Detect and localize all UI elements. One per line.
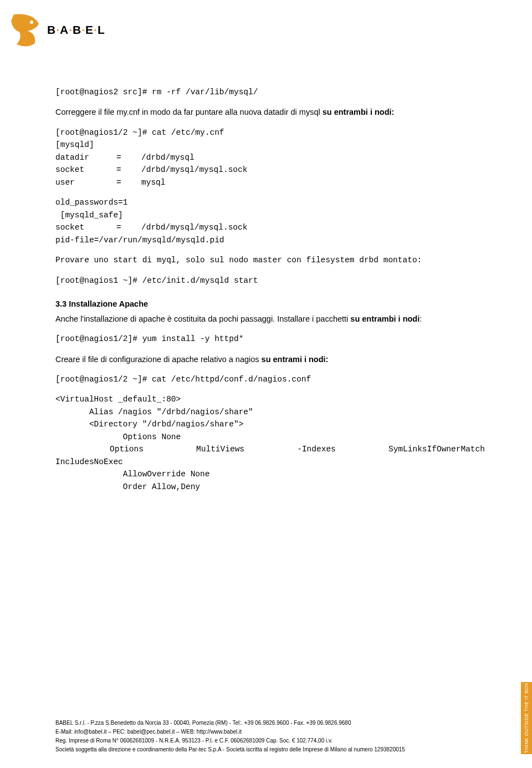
- code-line: Order Allow,Deny: [55, 481, 485, 493]
- config-row: datadir=/drbd/mysql: [55, 151, 485, 164]
- code-line: old_passwords=1: [55, 196, 485, 208]
- logo-text: B·A·B·E·L: [47, 23, 105, 37]
- logo-fish-icon: [8, 10, 43, 50]
- paragraph: Creare il file di configurazione di apac…: [55, 353, 485, 365]
- code-line: pid-file=/var/run/mysqld/mysqld.pid: [55, 234, 485, 246]
- paragraph: Correggere il file my.cnf in modo da far…: [55, 106, 485, 118]
- code-line: [root@nagios1/2 ~]# cat /etc/httpd/conf.…: [55, 373, 485, 385]
- code-line: [root@nagios1 ~]# /etc/init.d/mysqld sta…: [55, 274, 485, 287]
- paragraph: Anche l'installazione di apache è costit…: [55, 313, 485, 325]
- code-line: [root@nagios1/2]# yum install -y httpd*: [55, 333, 485, 345]
- code-line: Alias /nagios "/drbd/nagios/share": [55, 406, 485, 418]
- side-tab: THINK OUTSIDE THE IT BOX: [521, 682, 532, 754]
- config-row: socket=/drbd/mysql/mysql.sock: [55, 221, 485, 233]
- code-line: Options None: [55, 431, 485, 443]
- code-line: [mysqld]: [55, 139, 485, 151]
- config-row: user=mysql: [55, 176, 485, 189]
- code-line: [root@nagios2 src]# rm -rf /var/lib/mysq…: [55, 86, 485, 98]
- code-line: IncludesNoExec: [55, 456, 485, 468]
- config-row: socket=/drbd/mysql/mysql.sock: [55, 164, 485, 176]
- document-body: [root@nagios2 src]# rm -rf /var/lib/mysq…: [55, 86, 485, 493]
- footer-line: Reg. Imprese di Roma N° 06062681009 - N.…: [55, 736, 485, 745]
- code-line: [mysqld_safe]: [55, 209, 485, 221]
- code-line: [root@nagios1/2 ~]# cat /etc/my.cnf: [55, 126, 485, 139]
- paragraph-mono: Provare uno start di myql, solo sul nodo…: [55, 254, 485, 266]
- code-line: AllowOverride None: [55, 468, 485, 480]
- footer-line: BABEL S.r.l. - P.zza S.Benedetto da Norc…: [55, 719, 485, 727]
- footer-line: Società soggetta alla direzione e coordi…: [55, 745, 485, 754]
- code-line: <VirtualHost _default_:80>: [55, 393, 485, 405]
- code-line-justified: Options MultiViews -Indexes SymLinksIfOw…: [55, 443, 485, 455]
- footer: BABEL S.r.l. - P.zza S.Benedetto da Norc…: [55, 718, 485, 754]
- svg-point-0: [30, 21, 33, 24]
- code-line: <Directory "/drbd/nagios/share">: [55, 418, 485, 430]
- logo: B·A·B·E·L: [8, 10, 105, 50]
- section-heading: 3.3 Installazione Apache: [55, 298, 485, 310]
- footer-line: E-Mail: info@babel.it – PEC: babel@pec.b…: [55, 728, 485, 736]
